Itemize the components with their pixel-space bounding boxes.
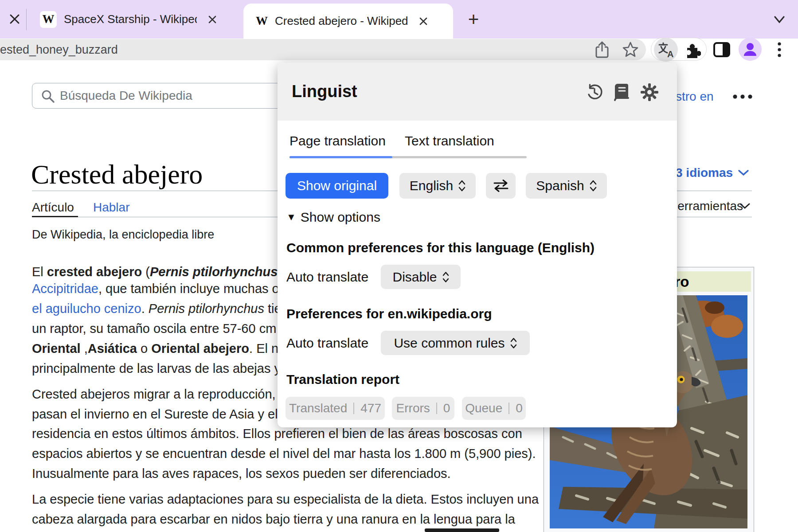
tab-divider xyxy=(26,9,27,30)
text-segment: El xyxy=(32,265,47,279)
active-tab-underline xyxy=(32,216,78,217)
search-icon xyxy=(40,89,55,106)
wiki-link[interactable]: Accipitridae xyxy=(32,282,98,296)
site-auto-translate-select[interactable]: Use common rules xyxy=(381,331,530,355)
dictionary-book-icon[interactable] xyxy=(613,83,631,102)
text-segment: espacios abiertos y se encuentran desde … xyxy=(32,446,536,461)
bookmark-star-icon[interactable] xyxy=(621,40,640,59)
triangle-down-icon: ▼ xyxy=(286,211,296,223)
target-language-select[interactable]: Spanish xyxy=(526,173,607,199)
select-chevrons-icon xyxy=(458,179,466,192)
article-text-line: cabeza alargada para escarbar en nidos b… xyxy=(32,509,515,529)
wiki-link[interactable]: el aguilucho cenizo xyxy=(32,301,141,316)
screen: Crested abejero Artículo Hablar De Wikip… xyxy=(0,0,798,532)
text-segment: residencia en estos últimos ámbitos. Ell… xyxy=(32,426,522,441)
text-segment: un raptor, su tamaño oscila entre 57-60 … xyxy=(32,321,291,336)
errors-count-badge: Errors0 xyxy=(392,397,454,420)
wikipedia-favicon: W xyxy=(40,11,57,28)
queue-count-badge: Queue0 xyxy=(462,397,526,420)
tab-close-icon[interactable] xyxy=(207,14,218,25)
tab-page-translation[interactable]: Page translation xyxy=(289,133,386,149)
languages-button[interactable]: 3 idiomas xyxy=(676,166,733,180)
show-original-button[interactable]: Show original xyxy=(286,173,388,199)
tab-text-translation[interactable]: Text translation xyxy=(405,133,494,149)
article-text-line: Inusualmente para las aves rapaces, los … xyxy=(32,464,451,484)
text-segment: . xyxy=(141,301,149,316)
translation-report-heading: Translation report xyxy=(286,372,399,387)
tab-underline-track xyxy=(289,156,527,158)
linguist-popup: Linguist xyxy=(278,63,677,427)
tab-close-icon[interactable] xyxy=(418,16,429,27)
history-icon[interactable] xyxy=(585,83,604,102)
tab-hablar[interactable]: Hablar xyxy=(93,200,129,215)
tools-menu-fragment[interactable]: lerramientas xyxy=(675,199,743,213)
side-panel-icon[interactable] xyxy=(712,40,732,59)
article-text-line: Crested abejeros migrar a la reproducció… xyxy=(32,384,288,404)
text-segment: Oriental abejero xyxy=(151,341,249,356)
clipped-next-line xyxy=(425,528,499,532)
article-text-line: principalmente de las larvas de las abej… xyxy=(32,359,287,379)
text-segment: Inusualmente para las aves rapaces, los … xyxy=(32,466,451,481)
swap-arrows-icon xyxy=(492,179,510,192)
article-text-line: un raptor, su tamaño oscila entre 57-60 … xyxy=(32,319,291,339)
tab-title: Crested abejero - Wikipedia xyxy=(275,14,408,28)
site-tagline: De Wikipedia, la enciclopedia libre xyxy=(32,228,214,242)
source-language-select[interactable]: English xyxy=(399,173,476,199)
tab-spacex-starship[interactable]: W SpaceX Starship - Wikipedia xyxy=(31,0,237,39)
wikipedia-search-box[interactable] xyxy=(32,83,298,109)
article-text-line: el aguilucho cenizo. Pernis ptilorhynchu… xyxy=(32,299,289,319)
article-text-line: La especie tiene varias adaptaciones par… xyxy=(32,489,539,509)
profile-avatar[interactable] xyxy=(739,38,762,61)
more-options-icon[interactable] xyxy=(732,93,753,102)
text-segment: Pernis ptilorhynchus xyxy=(149,301,264,316)
article-text-line: espacios abiertos y se encuentran desde … xyxy=(32,444,536,464)
svg-text:A: A xyxy=(667,49,673,59)
text-segment: crested abejero xyxy=(47,265,142,279)
extensions-puzzle-icon[interactable] xyxy=(683,40,702,59)
wikipedia-favicon: W xyxy=(256,14,268,28)
tab-crested-abejero-active[interactable]: W Crested abejero - Wikipedia xyxy=(243,4,453,39)
text-segment: , xyxy=(81,341,88,356)
auto-translate-label: Auto translate xyxy=(286,265,368,289)
languages-chevron-down-icon[interactable] xyxy=(738,169,749,178)
text-segment: principalmente de las larvas de las abej… xyxy=(32,361,287,376)
browser-toolbar: ested_honey_buzzard A xyxy=(0,39,798,63)
text-segment: Pernis ptilorhynchus xyxy=(150,265,278,279)
share-icon[interactable] xyxy=(592,40,612,59)
show-options-toggle[interactable]: ▼ Show options xyxy=(286,210,380,225)
translate-icon[interactable]: A xyxy=(656,40,676,59)
text-segment: cabeza alargada para escarbar en nidos b… xyxy=(32,512,515,526)
select-chevrons-icon xyxy=(590,179,597,192)
text-segment: o xyxy=(137,341,151,356)
search-input[interactable] xyxy=(60,89,250,103)
url-text: ested_honey_buzzard xyxy=(0,39,118,60)
text-segment: ( xyxy=(142,265,150,279)
page-title: Crested abejero xyxy=(31,159,203,190)
register-link-fragment[interactable]: stro en xyxy=(676,90,714,104)
text-segment: Crested abejeros migrar a la reproducció… xyxy=(32,387,288,401)
browser-menu-kebab-icon[interactable] xyxy=(770,40,789,59)
article-text-line: pasan el invierno en el Sureste de Asia … xyxy=(32,404,288,424)
popup-title: Linguist xyxy=(292,63,357,121)
new-tab-button[interactable]: + xyxy=(464,10,483,29)
tab-search-chevron-icon[interactable] xyxy=(771,13,787,26)
text-segment: La especie tiene varias adaptaciones par… xyxy=(32,492,539,506)
common-preferences-heading: Common preferences for this language (En… xyxy=(286,240,595,255)
tab-articulo[interactable]: Artículo xyxy=(32,200,74,215)
window-close-icon[interactable] xyxy=(8,12,21,26)
translated-count-badge: Translated477 xyxy=(286,397,385,420)
article-text-line: Accipitridae, que también incluye muchas… xyxy=(32,279,287,299)
text-segment: Asiática xyxy=(88,341,137,356)
swap-languages-button[interactable] xyxy=(486,173,516,199)
select-chevrons-icon xyxy=(442,271,449,283)
site-preferences-heading: Preferences for en.wikipedia.org xyxy=(286,306,492,321)
text-segment: pasan el invierno en el Sureste de Asia … xyxy=(32,407,288,421)
text-segment: , que también incluye muchas otr xyxy=(98,282,287,296)
address-bar[interactable]: ested_honey_buzzard xyxy=(0,39,646,60)
article-text-line: El crested abejero (Pernis ptilorhynchus… xyxy=(32,259,289,279)
common-auto-translate-select[interactable]: Disable xyxy=(381,265,461,289)
settings-gear-icon[interactable] xyxy=(640,83,659,102)
text-segment: Oriental xyxy=(32,341,81,356)
select-chevrons-icon xyxy=(510,337,517,349)
auto-translate-label: Auto translate xyxy=(286,331,368,355)
